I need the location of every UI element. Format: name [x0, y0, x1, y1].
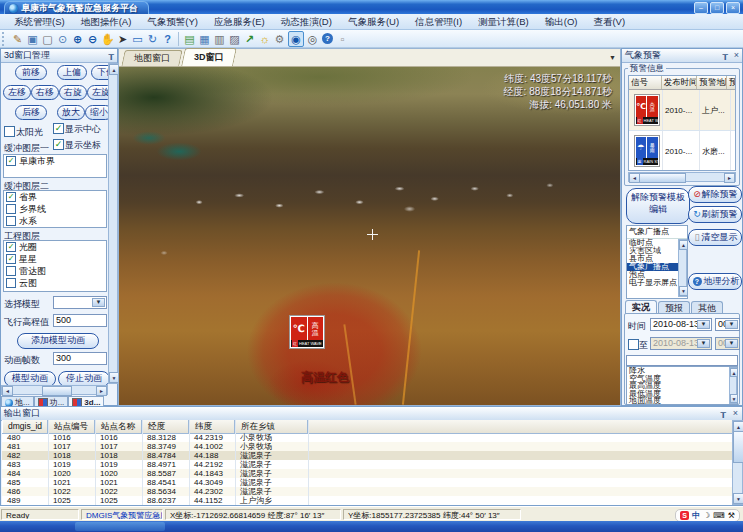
table-row[interactable]: 483 1019 1019 88.4971 44.2192 滋泥泉子: [2, 460, 732, 469]
help-icon[interactable]: ?: [322, 33, 333, 44]
scroll-thumb[interactable]: [639, 173, 686, 183]
pin-icon[interactable]: ┰: [723, 49, 728, 62]
pin-icon[interactable]: ┰: [109, 49, 114, 62]
move-back-button[interactable]: 后移: [15, 105, 47, 120]
menu-system[interactable]: 系统管理(S): [6, 14, 73, 29]
remove-warning-template-button[interactable]: 解除预警模板编辑: [626, 188, 690, 224]
col-latitude[interactable]: 纬度: [189, 420, 235, 433]
zoom-in-icon[interactable]: ⊕: [70, 31, 85, 47]
list-item[interactable]: 乡界线: [4, 203, 106, 215]
fly-icon[interactable]: ↗: [242, 31, 257, 47]
measure-icon[interactable]: ✎: [10, 31, 25, 47]
show-center-checkbox[interactable]: ✓: [53, 123, 64, 134]
chevron-down-icon[interactable]: ▼: [725, 320, 738, 329]
scroll-thumb[interactable]: [733, 431, 743, 463]
checkbox-icon[interactable]: ✓: [6, 254, 16, 264]
menu-weather-service[interactable]: 气象服务(U): [340, 14, 407, 29]
col-township[interactable]: 所在乡镇: [235, 420, 308, 433]
table-row[interactable]: 481 1017 1017 88.3749 44.1002 小泉牧场: [2, 442, 732, 451]
scroll-thumb[interactable]: [42, 386, 72, 396]
move-right-button[interactable]: 右移: [31, 85, 59, 100]
map-image-icon[interactable]: ▤: [182, 31, 197, 47]
menu-info-mgmt[interactable]: 信息管理(I): [407, 14, 470, 29]
close-icon[interactable]: ×: [734, 49, 739, 62]
table-row[interactable]: 485 1021 1021 88.4541 44.3049 滋泥泉子: [2, 478, 732, 487]
table-row[interactable]: ℃ 高 温 红 HEAT WAVE 2010-... 上户...: [629, 90, 735, 131]
col-cut[interactable]: 预: [727, 76, 735, 89]
table-row-selected[interactable]: 482 1018 1018 88.4784 44.188 滋泥泉子: [2, 451, 732, 460]
list-item[interactable]: 云图: [4, 277, 106, 289]
table-row[interactable]: 486 1022 1022 88.5634 44.2302 滋泥泉子: [2, 487, 732, 496]
hour-combo[interactable]: 00 ▼: [715, 318, 740, 331]
menu-output[interactable]: 输出(O): [537, 14, 586, 29]
zoom-select-icon[interactable]: ⊙: [55, 31, 70, 47]
terrain-3d-view[interactable]: 纬度: 43度57分18.117秒 经度: 88度18分14.871秒 海拔: …: [119, 67, 620, 405]
more-icon[interactable]: ▫: [335, 31, 350, 47]
chevron-down-icon[interactable]: ▼: [697, 320, 710, 329]
checkbox-icon[interactable]: [6, 204, 16, 214]
moon-icon[interactable]: ☽: [703, 511, 710, 520]
col-area[interactable]: 预警地区: [697, 76, 727, 89]
col-station-name[interactable]: 站点名称: [95, 420, 142, 433]
add-model-animation-button[interactable]: 添加模型动画: [17, 333, 99, 349]
to-date-combo-disabled[interactable]: 2010-08-13 ▼: [650, 337, 712, 350]
minimize-button[interactable]: –: [694, 2, 708, 14]
pin-icon[interactable]: ┰: [721, 407, 726, 420]
menu-simulation[interactable]: 动态推演(D): [273, 14, 340, 29]
clear-display-button[interactable]: ▯清空显示: [688, 229, 742, 246]
rotate-right-button[interactable]: 右旋: [59, 85, 87, 100]
globe-3d-icon[interactable]: ◉: [288, 31, 304, 47]
to-checkbox[interactable]: [628, 339, 639, 350]
full-extent-icon[interactable]: ▭: [130, 31, 145, 47]
to-hour-combo-disabled[interactable]: 00 ▼: [715, 337, 740, 350]
refresh-icon[interactable]: ↻: [145, 31, 160, 47]
table-row[interactable]: ☂ 暴 雨 蓝 RAIN STORM 2010-... 水磨...: [629, 131, 735, 171]
sogou-icon[interactable]: S: [680, 511, 689, 520]
restore-button[interactable]: □: [710, 2, 724, 14]
zoom-window-icon[interactable]: ▣: [25, 31, 40, 47]
scroll-down-icon[interactable]: ▼: [730, 394, 738, 403]
chevron-down-icon[interactable]: ▼: [92, 298, 105, 307]
scene-image-icon[interactable]: ▦: [197, 31, 212, 47]
tab-dropdown-icon[interactable]: ▼: [609, 54, 616, 61]
export-icon[interactable]: ▨: [227, 31, 242, 47]
list-item[interactable]: 水系: [4, 215, 106, 227]
refresh-warning-button[interactable]: ↻刷新预警: [688, 206, 742, 223]
move-left-button[interactable]: 左移: [3, 85, 31, 100]
sunlight-checkbox[interactable]: [4, 126, 15, 137]
list-item[interactable]: ✓ 光圈: [4, 241, 106, 253]
identify-icon[interactable]: ?: [160, 31, 175, 47]
scroll-left-icon[interactable]: ◄: [2, 386, 13, 396]
show-coord-checkbox[interactable]: ✓: [53, 139, 64, 150]
pointer-icon[interactable]: ➤: [115, 31, 130, 47]
close-button[interactable]: ×: [726, 2, 740, 14]
output-vscrollbar[interactable]: ▲ ▼: [732, 420, 743, 505]
chinese-mode-icon[interactable]: 中: [692, 510, 700, 521]
heat-wave-warning-icon[interactable]: ℃ 高 温 红 HEAT WAVE: [289, 315, 325, 349]
list-item[interactable]: ✓ 省界: [4, 191, 106, 203]
menu-emergency[interactable]: 应急服务(E): [206, 14, 273, 29]
scroll-up-icon[interactable]: ▲: [679, 240, 688, 250]
list-item[interactable]: 地面温度: [627, 397, 737, 405]
menu-map-ops[interactable]: 地图操作(A): [73, 14, 140, 29]
frames-input[interactable]: 300: [53, 352, 107, 365]
select-window-icon[interactable]: ▢: [40, 31, 55, 47]
tilt-up-button[interactable]: 上偏: [57, 65, 87, 80]
tab-3d-view[interactable]: 3D窗口: [181, 48, 236, 66]
table-row[interactable]: 484 1020 1020 88.5587 44.1843 滋泥泉子: [2, 469, 732, 478]
list-item[interactable]: 雷达图: [4, 265, 106, 277]
col-time[interactable]: 发布时间: [662, 76, 698, 89]
menu-weather-warning[interactable]: 气象预警(Y): [139, 14, 206, 29]
pan-icon[interactable]: ✋: [100, 31, 115, 47]
menu-view[interactable]: 查看(V): [585, 14, 633, 29]
scroll-down-icon[interactable]: ▼: [679, 286, 688, 296]
list-item[interactable]: ✓ 星星: [4, 253, 106, 265]
settings-icon[interactable]: ⚙: [272, 31, 287, 47]
move-forward-button[interactable]: 前移: [15, 65, 47, 80]
windows-taskbar[interactable]: [0, 521, 743, 532]
scroll-right-icon[interactable]: ►: [724, 173, 735, 183]
tab-map-view[interactable]: 地图窗口: [121, 50, 182, 66]
tools-icon[interactable]: ⚒: [728, 511, 735, 520]
table-row[interactable]: 480 1016 1016 88.3128 44.2319 小泉牧场: [2, 433, 732, 442]
col-dmgis-id[interactable]: dmgis_id: [2, 420, 48, 433]
